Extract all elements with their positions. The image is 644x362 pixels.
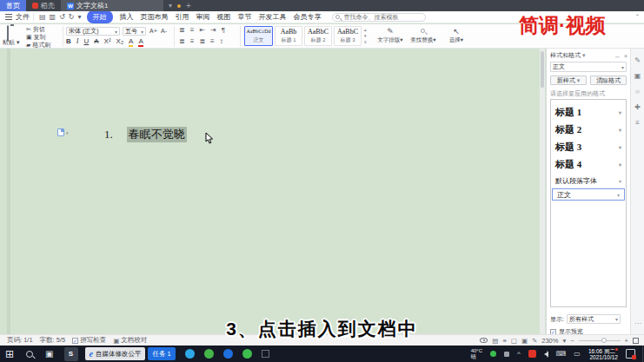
scrollbar-thumb[interactable]	[541, 51, 544, 88]
tray-device-icon[interactable]	[504, 352, 509, 357]
align-right-icon[interactable]: ≣	[199, 37, 205, 45]
gallery-more-icon[interactable]: ≡	[364, 39, 367, 45]
taskbar-clock[interactable]: 16:06 周二 2021/10/12	[588, 348, 618, 360]
vertical-scrollbar[interactable]	[540, 49, 545, 334]
notification-center-icon[interactable]	[626, 349, 635, 359]
tray-app-outline-icon[interactable]	[262, 350, 269, 358]
tray-red-app-icon[interactable]	[528, 350, 536, 358]
side-edit-icon[interactable]: ✎	[631, 56, 644, 64]
style-item-heading1[interactable]: 标题 1▾	[551, 103, 626, 121]
document-text-line[interactable]: 1. 春眠不觉晓	[104, 127, 187, 142]
taskbar-search-icon[interactable]	[26, 351, 33, 358]
show-marks-icon[interactable]: ¶	[222, 26, 225, 34]
font-name-combo[interactable]: 宋体 (正文)▾	[66, 27, 120, 36]
style-item-heading3[interactable]: 标题 3▾	[551, 138, 626, 155]
style-item-heading4[interactable]: 标题 4▾	[551, 155, 626, 173]
font-size-combo[interactable]: 五号▾	[123, 27, 146, 36]
align-justify-icon[interactable]: ≡	[210, 37, 215, 45]
tab-document[interactable]: W文字文稿1	[61, 0, 163, 11]
clear-format-button[interactable]: 清除格式	[590, 76, 627, 85]
tray-app-green-icon[interactable]	[204, 349, 214, 359]
tray-expand-icon[interactable]: ^	[517, 350, 521, 358]
save-icon[interactable]: ▤	[39, 13, 46, 21]
file-menu[interactable]: 文件	[16, 12, 30, 22]
paste-button[interactable]: 粘贴 ▾	[3, 38, 19, 47]
menu-tab-references[interactable]: 引用	[176, 12, 189, 22]
italic-icon[interactable]: I	[76, 37, 79, 47]
align-center-icon[interactable]: ≡	[190, 37, 195, 45]
tab-home[interactable]: 首页	[0, 0, 26, 11]
text-layout-tool[interactable]: ✎ 文字排版▾	[375, 26, 405, 44]
menu-tab-review[interactable]: 审阅	[196, 12, 210, 22]
style-cell-heading1[interactable]: AaBb 标题 1	[275, 26, 302, 46]
subscript-icon[interactable]: X₂	[116, 37, 123, 47]
input-indicator-icon[interactable]: ▭	[574, 350, 581, 358]
panel-resize-icon[interactable]: ↔	[614, 53, 621, 59]
line-spacing-icon[interactable]: ↕	[220, 37, 223, 45]
panel-title-caret-icon[interactable]: ▾	[582, 52, 586, 59]
style-item-default-font[interactable]: 默认段落字体▾	[551, 174, 626, 187]
search-input[interactable]	[332, 13, 426, 22]
tray-app-qq-icon[interactable]	[185, 349, 195, 359]
decrease-indent-icon[interactable]: ⇤	[199, 26, 205, 34]
task-view-icon[interactable]: ▣	[45, 349, 53, 359]
weather-widget[interactable]: 40°C 晴	[471, 348, 482, 359]
tray-app-wechat-icon[interactable]	[242, 349, 252, 359]
numbering-icon[interactable]: ≡	[190, 26, 195, 34]
menu-tab-section[interactable]: 章节	[238, 12, 252, 22]
tab-docer[interactable]: 稻壳	[26, 0, 61, 11]
quickbar-caret-icon[interactable]: ▾	[78, 13, 82, 21]
selected-text[interactable]: 春眠不觉晓	[127, 127, 187, 142]
style-cell-body[interactable]: AaBbCcDd 正文	[244, 26, 273, 46]
panel-close-icon[interactable]: ×	[624, 53, 627, 59]
pinned-app-icon[interactable]: S	[64, 347, 78, 361]
menu-tab-devtools[interactable]: 开发工具	[259, 12, 287, 22]
underline-icon[interactable]: U	[83, 37, 89, 47]
style-item-heading2[interactable]: 标题 2▾	[551, 121, 626, 138]
tray-app-blue-icon[interactable]	[223, 349, 233, 359]
gallery-down-icon[interactable]: ▾	[364, 33, 367, 39]
font-color-icon[interactable]: A	[138, 37, 143, 47]
current-style-combo[interactable]: 正文▾	[550, 62, 627, 72]
gallery-up-icon[interactable]: ▴	[364, 27, 367, 33]
superscript-icon[interactable]: X²	[104, 37, 111, 47]
menu-tab-page-layout[interactable]: 页面布局	[141, 12, 169, 22]
highlight-color-icon[interactable]: A	[129, 37, 133, 47]
new-tab-button[interactable]: +	[186, 1, 191, 10]
undo-icon[interactable]: ↺	[59, 13, 65, 21]
side-pages-icon[interactable]: ▣	[631, 72, 644, 80]
style-item-body-selected[interactable]: 正文▾	[552, 188, 625, 201]
document-page[interactable]: ▾ 1. 春眠不觉晓	[7, 49, 540, 334]
format-painter-button[interactable]: ▰ 格式刷	[26, 41, 50, 49]
increase-font-icon[interactable]: A+	[149, 28, 157, 34]
increase-indent-icon[interactable]: ⇥	[210, 26, 216, 34]
task-progress-badge[interactable]: 任务 1	[148, 347, 175, 360]
align-left-icon[interactable]: ≣	[179, 37, 185, 45]
tray-antivirus-icon[interactable]	[490, 351, 496, 357]
decrease-font-icon[interactable]: A-	[161, 28, 167, 34]
new-style-button[interactable]: 新样式▾	[550, 76, 587, 85]
side-menu-icon[interactable]: ≡	[631, 119, 644, 127]
side-add-icon[interactable]: ✚	[631, 103, 644, 111]
menu-tab-insert[interactable]: 插入	[120, 12, 134, 22]
style-cell-heading2[interactable]: AaBbC 标题 2	[304, 26, 332, 46]
menu-tab-view[interactable]: 视图	[217, 12, 231, 22]
menu-tab-start[interactable]: 开始	[87, 10, 113, 23]
side-help-icon[interactable]: ○	[631, 88, 644, 95]
find-replace-tool[interactable]: 查找替换▾	[408, 26, 438, 44]
print-icon[interactable]: ▥	[50, 13, 56, 21]
command-search[interactable]	[332, 13, 426, 22]
keyboard-icon[interactable]: ⌨	[556, 350, 567, 358]
tab-list-caret-icon[interactable]: ▾	[169, 2, 172, 10]
bullets-icon[interactable]: ≣	[179, 26, 185, 34]
redo-icon[interactable]: ↻	[69, 13, 75, 21]
volume-icon[interactable]	[544, 352, 548, 357]
paste-options-helper[interactable]: ▾	[57, 128, 69, 136]
select-tool[interactable]: ↖ 选择▾	[442, 26, 471, 44]
strikethrough-icon[interactable]: A	[94, 37, 98, 47]
menu-tab-member[interactable]: 会员专享	[294, 12, 322, 22]
style-cell-heading3[interactable]: AaBbC 标题 3	[334, 26, 362, 46]
start-button[interactable]: ⊞	[5, 348, 14, 360]
browser-task-button[interactable]: e 自媒体修改公平	[85, 347, 146, 360]
bold-icon[interactable]: B	[66, 37, 71, 47]
